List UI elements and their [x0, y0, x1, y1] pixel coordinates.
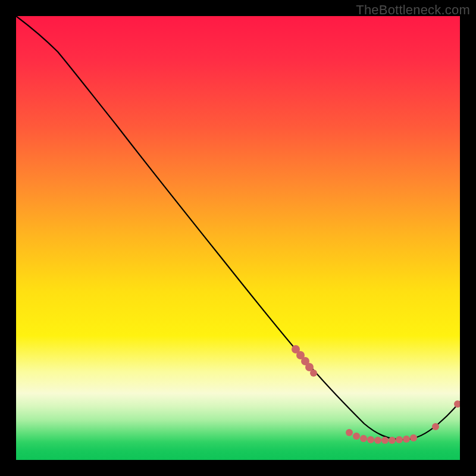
markers-descent-cluster [292, 345, 317, 377]
svg-point-15 [432, 423, 439, 430]
watermark-text: TheBottleneck.com [356, 2, 470, 18]
markers-valley-cluster [346, 429, 417, 444]
svg-point-16 [454, 400, 460, 408]
svg-point-3 [305, 363, 314, 371]
svg-point-1 [296, 351, 305, 359]
markers-tail [432, 400, 460, 430]
svg-point-2 [301, 357, 309, 365]
svg-point-11 [389, 437, 396, 444]
chart-svg [16, 16, 460, 460]
chart-frame: TheBottleneck.com [0, 0, 476, 476]
chart-plot-area [16, 16, 460, 460]
svg-point-6 [353, 433, 360, 440]
svg-point-4 [310, 369, 317, 377]
svg-point-5 [346, 429, 353, 436]
svg-point-0 [292, 345, 300, 353]
svg-point-10 [381, 437, 389, 444]
bottleneck-curve-line [16, 16, 460, 440]
svg-point-8 [367, 436, 374, 443]
svg-point-12 [396, 436, 403, 443]
svg-point-13 [403, 436, 410, 443]
svg-point-7 [360, 435, 367, 442]
svg-point-14 [410, 434, 417, 441]
svg-point-9 [374, 437, 381, 444]
